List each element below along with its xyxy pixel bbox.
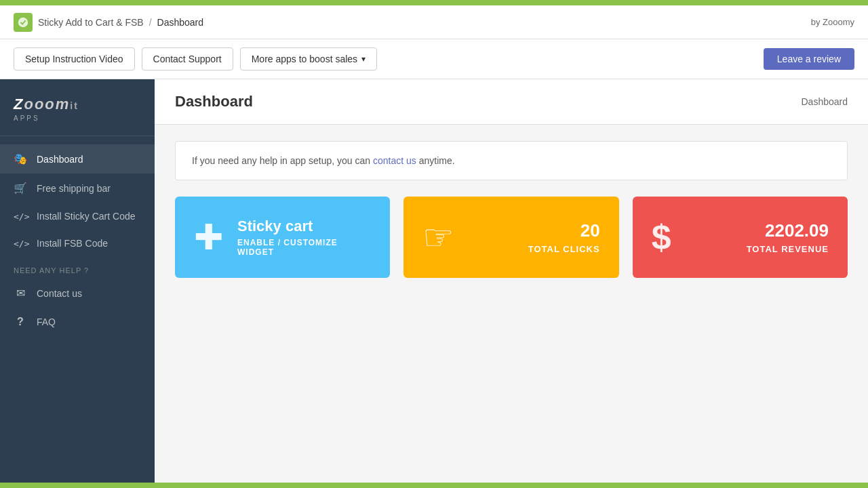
sidebar-nav: 🎭 Dashboard 🛒 Free shipping bar </> Inst… xyxy=(0,136,155,488)
app-icon xyxy=(14,13,33,32)
bottom-bar xyxy=(0,483,868,488)
info-text-end: anytime. xyxy=(416,155,455,166)
svg-point-0 xyxy=(18,17,28,26)
total-clicks-content: 20 TOTAL CLICKS xyxy=(468,220,599,254)
by-label: by Zooomy xyxy=(811,17,854,27)
sticky-cart-desc: ENABLE / CUSTOMIZE WIDGET xyxy=(237,238,371,257)
total-revenue-label: TOTAL REVENUE xyxy=(685,244,829,254)
sidebar-item-install-sticky-label: Install Sticky Cart Code xyxy=(37,211,136,222)
leave-review-button[interactable]: Leave a review xyxy=(764,48,854,70)
breadcrumb: Sticky Add to Cart & FSB / Dashboard xyxy=(38,17,203,28)
total-revenue-content: 2202.09 TOTAL REVENUE xyxy=(685,220,829,254)
sidebar-item-faq-label: FAQ xyxy=(37,317,56,327)
more-apps-label: More apps to boost sales xyxy=(252,54,357,64)
total-clicks-label: TOTAL CLICKS xyxy=(468,244,599,254)
cards-row: ✚ Sticky cart ENABLE / CUSTOMIZE WIDGET … xyxy=(175,197,848,278)
sticky-cart-card-content: Sticky cart ENABLE / CUSTOMIZE WIDGET xyxy=(237,218,371,257)
contact-us-link[interactable]: contact us xyxy=(373,155,416,166)
info-box: If you need any help in app setup, you c… xyxy=(175,141,848,180)
main-content: Dashboard Dashboard If you need any help… xyxy=(155,79,868,488)
page-title: Dashboard xyxy=(175,93,253,110)
header-left: Sticky Add to Cart & FSB / Dashboard xyxy=(14,13,203,32)
dollar-icon: $ xyxy=(652,217,671,258)
setup-video-button[interactable]: Setup Instruction Video xyxy=(14,47,135,70)
total-revenue-card: $ 2202.09 TOTAL REVENUE xyxy=(633,197,848,278)
sidebar-item-dashboard[interactable]: 🎭 Dashboard xyxy=(0,144,155,174)
dashboard-icon: 🎭 xyxy=(14,152,27,165)
info-text: If you need any help in app setup, you c… xyxy=(192,155,373,166)
sidebar-item-free-shipping-label: Free shipping bar xyxy=(37,183,111,194)
header: Sticky Add to Cart & FSB / Dashboard by … xyxy=(0,5,868,39)
sidebar-item-faq[interactable]: ? FAQ xyxy=(0,308,155,336)
faq-icon: ? xyxy=(14,316,27,328)
sidebar-item-install-sticky[interactable]: </> Install Sticky Cart Code xyxy=(0,203,155,230)
email-icon: ✉ xyxy=(14,287,27,300)
current-page: Dashboard xyxy=(157,17,204,28)
cart-icon: 🛒 xyxy=(14,182,27,195)
sticky-cart-card[interactable]: ✚ Sticky cart ENABLE / CUSTOMIZE WIDGET xyxy=(175,197,390,278)
help-section-label: NEED ANY HELP ? xyxy=(0,257,155,279)
sticky-cart-title: Sticky cart xyxy=(237,218,371,235)
sidebar-item-free-shipping[interactable]: 🛒 Free shipping bar xyxy=(0,174,155,203)
code-icon-1: </> xyxy=(14,211,27,222)
sidebar-item-contact-label: Contact us xyxy=(37,288,82,299)
pointer-icon: ☞ xyxy=(422,217,454,258)
sidebar-item-install-fsb-label: Install FSB Code xyxy=(37,238,108,249)
layout: Zooomit apps 🎭 Dashboard 🛒 Free shipping… xyxy=(0,79,868,488)
logo-sub: apps xyxy=(14,115,141,122)
page-header: Dashboard Dashboard xyxy=(155,79,868,125)
total-clicks-card: ☞ 20 TOTAL CLICKS xyxy=(403,197,618,278)
sidebar-logo: Zooomit apps xyxy=(0,79,155,136)
app-name: Sticky Add to Cart & FSB xyxy=(38,17,144,28)
page-breadcrumb: Dashboard xyxy=(802,96,848,107)
sidebar-item-dashboard-label: Dashboard xyxy=(37,154,83,165)
more-apps-button[interactable]: More apps to boost sales ▾ xyxy=(240,47,377,70)
sidebar: Zooomit apps 🎭 Dashboard 🛒 Free shipping… xyxy=(0,79,155,488)
chevron-down-icon: ▾ xyxy=(361,54,366,64)
toolbar: Setup Instruction Video Contact Support … xyxy=(0,39,868,79)
sidebar-item-install-fsb[interactable]: </> Install FSB Code xyxy=(0,230,155,257)
total-revenue-value: 2202.09 xyxy=(685,220,829,241)
logo-text: Zooomit xyxy=(14,96,141,113)
separator: / xyxy=(149,17,152,28)
contact-support-button[interactable]: Contact Support xyxy=(142,47,233,70)
total-clicks-value: 20 xyxy=(468,220,599,241)
top-bar xyxy=(0,0,868,5)
plus-icon: ✚ xyxy=(194,217,224,258)
toolbar-left: Setup Instruction Video Contact Support … xyxy=(14,47,757,70)
code-icon-2: </> xyxy=(14,239,27,249)
sidebar-item-contact[interactable]: ✉ Contact us xyxy=(0,279,155,308)
